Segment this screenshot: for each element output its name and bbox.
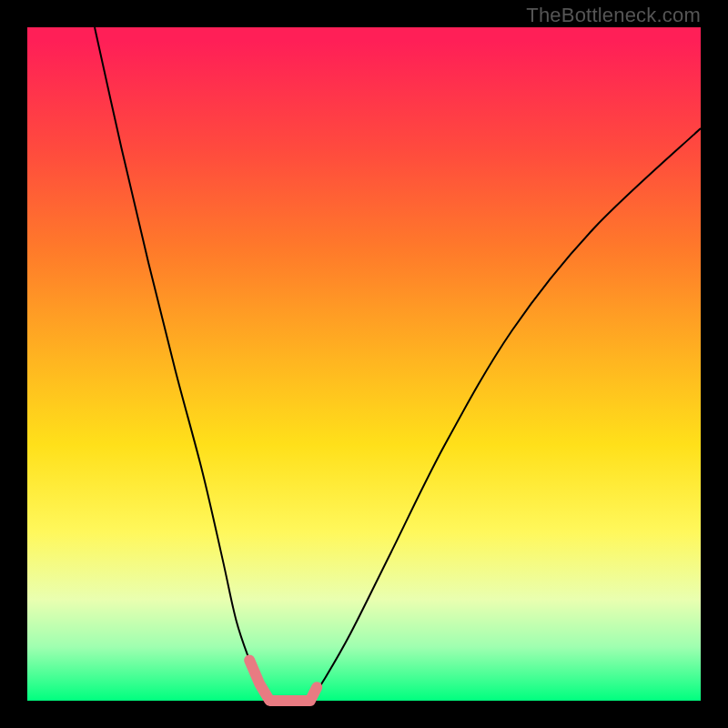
optimum-marker (249, 661, 317, 701)
chart-container: TheBottleneck.com (0, 0, 728, 728)
plot-area (27, 27, 701, 701)
bottleneck-curve-left (95, 27, 269, 701)
curve-layer (27, 27, 701, 701)
bottleneck-curve-right (310, 128, 701, 701)
watermark-text: TheBottleneck.com (526, 4, 701, 27)
